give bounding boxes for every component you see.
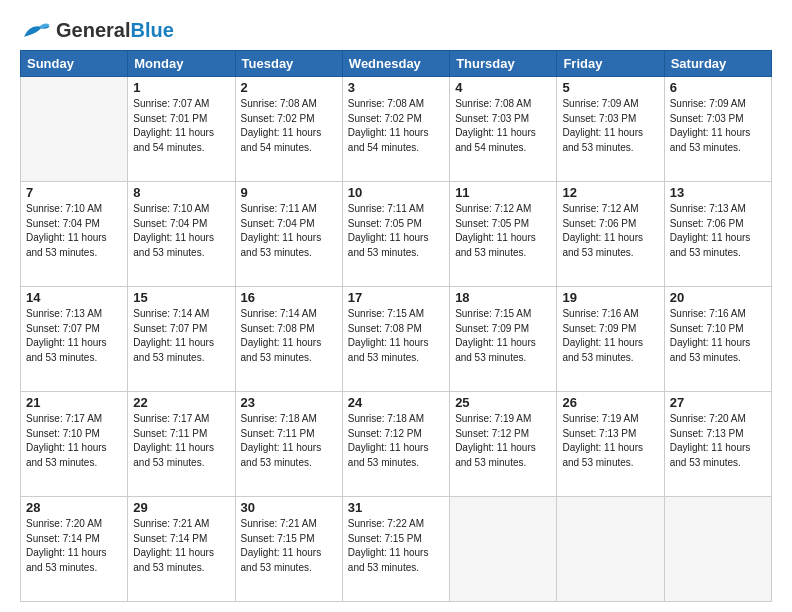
- header-monday: Monday: [128, 51, 235, 77]
- day-number: 17: [348, 290, 444, 305]
- day-number: 11: [455, 185, 551, 200]
- day-info: Sunrise: 7:10 AM Sunset: 7:04 PM Dayligh…: [133, 202, 229, 260]
- day-info: Sunrise: 7:16 AM Sunset: 7:09 PM Dayligh…: [562, 307, 658, 365]
- day-number: 22: [133, 395, 229, 410]
- day-number: 8: [133, 185, 229, 200]
- day-info: Sunrise: 7:13 AM Sunset: 7:06 PM Dayligh…: [670, 202, 766, 260]
- day-number: 15: [133, 290, 229, 305]
- day-info: Sunrise: 7:08 AM Sunset: 7:02 PM Dayligh…: [348, 97, 444, 155]
- day-number: 25: [455, 395, 551, 410]
- calendar-cell: [21, 77, 128, 182]
- day-info: Sunrise: 7:10 AM Sunset: 7:04 PM Dayligh…: [26, 202, 122, 260]
- calendar-cell: 13Sunrise: 7:13 AM Sunset: 7:06 PM Dayli…: [664, 182, 771, 287]
- day-number: 21: [26, 395, 122, 410]
- day-info: Sunrise: 7:08 AM Sunset: 7:02 PM Dayligh…: [241, 97, 337, 155]
- calendar-header-row: SundayMondayTuesdayWednesdayThursdayFrid…: [21, 51, 772, 77]
- day-number: 19: [562, 290, 658, 305]
- calendar-cell: [557, 497, 664, 602]
- day-number: 18: [455, 290, 551, 305]
- week-row-4: 28Sunrise: 7:20 AM Sunset: 7:14 PM Dayli…: [21, 497, 772, 602]
- calendar-cell: [664, 497, 771, 602]
- day-number: 3: [348, 80, 444, 95]
- calendar-cell: 1Sunrise: 7:07 AM Sunset: 7:01 PM Daylig…: [128, 77, 235, 182]
- header-sunday: Sunday: [21, 51, 128, 77]
- day-info: Sunrise: 7:12 AM Sunset: 7:05 PM Dayligh…: [455, 202, 551, 260]
- day-info: Sunrise: 7:15 AM Sunset: 7:08 PM Dayligh…: [348, 307, 444, 365]
- day-info: Sunrise: 7:14 AM Sunset: 7:08 PM Dayligh…: [241, 307, 337, 365]
- calendar-cell: 15Sunrise: 7:14 AM Sunset: 7:07 PM Dayli…: [128, 287, 235, 392]
- calendar-cell: 4Sunrise: 7:08 AM Sunset: 7:03 PM Daylig…: [450, 77, 557, 182]
- header-saturday: Saturday: [664, 51, 771, 77]
- logo-general: General: [56, 19, 130, 41]
- day-info: Sunrise: 7:11 AM Sunset: 7:05 PM Dayligh…: [348, 202, 444, 260]
- calendar-cell: 11Sunrise: 7:12 AM Sunset: 7:05 PM Dayli…: [450, 182, 557, 287]
- calendar-cell: 8Sunrise: 7:10 AM Sunset: 7:04 PM Daylig…: [128, 182, 235, 287]
- day-info: Sunrise: 7:20 AM Sunset: 7:14 PM Dayligh…: [26, 517, 122, 575]
- calendar-cell: 20Sunrise: 7:16 AM Sunset: 7:10 PM Dayli…: [664, 287, 771, 392]
- calendar-cell: 7Sunrise: 7:10 AM Sunset: 7:04 PM Daylig…: [21, 182, 128, 287]
- logo-icon: [20, 18, 52, 42]
- calendar-cell: 12Sunrise: 7:12 AM Sunset: 7:06 PM Dayli…: [557, 182, 664, 287]
- day-number: 12: [562, 185, 658, 200]
- calendar-cell: 2Sunrise: 7:08 AM Sunset: 7:02 PM Daylig…: [235, 77, 342, 182]
- logo-blue: Blue: [130, 19, 173, 41]
- day-info: Sunrise: 7:18 AM Sunset: 7:12 PM Dayligh…: [348, 412, 444, 470]
- day-number: 4: [455, 80, 551, 95]
- day-info: Sunrise: 7:16 AM Sunset: 7:10 PM Dayligh…: [670, 307, 766, 365]
- day-info: Sunrise: 7:19 AM Sunset: 7:13 PM Dayligh…: [562, 412, 658, 470]
- calendar-cell: 24Sunrise: 7:18 AM Sunset: 7:12 PM Dayli…: [342, 392, 449, 497]
- day-info: Sunrise: 7:08 AM Sunset: 7:03 PM Dayligh…: [455, 97, 551, 155]
- day-number: 5: [562, 80, 658, 95]
- calendar-table: SundayMondayTuesdayWednesdayThursdayFrid…: [20, 50, 772, 602]
- calendar-cell: 29Sunrise: 7:21 AM Sunset: 7:14 PM Dayli…: [128, 497, 235, 602]
- calendar-cell: 17Sunrise: 7:15 AM Sunset: 7:08 PM Dayli…: [342, 287, 449, 392]
- day-number: 6: [670, 80, 766, 95]
- calendar-cell: 3Sunrise: 7:08 AM Sunset: 7:02 PM Daylig…: [342, 77, 449, 182]
- day-number: 13: [670, 185, 766, 200]
- day-number: 24: [348, 395, 444, 410]
- day-info: Sunrise: 7:21 AM Sunset: 7:14 PM Dayligh…: [133, 517, 229, 575]
- calendar-cell: [450, 497, 557, 602]
- week-row-3: 21Sunrise: 7:17 AM Sunset: 7:10 PM Dayli…: [21, 392, 772, 497]
- header-friday: Friday: [557, 51, 664, 77]
- day-info: Sunrise: 7:12 AM Sunset: 7:06 PM Dayligh…: [562, 202, 658, 260]
- logo: GeneralBlue: [20, 18, 174, 42]
- calendar-cell: 28Sunrise: 7:20 AM Sunset: 7:14 PM Dayli…: [21, 497, 128, 602]
- day-info: Sunrise: 7:09 AM Sunset: 7:03 PM Dayligh…: [562, 97, 658, 155]
- day-number: 2: [241, 80, 337, 95]
- day-number: 14: [26, 290, 122, 305]
- calendar-cell: 22Sunrise: 7:17 AM Sunset: 7:11 PM Dayli…: [128, 392, 235, 497]
- calendar-cell: 5Sunrise: 7:09 AM Sunset: 7:03 PM Daylig…: [557, 77, 664, 182]
- day-info: Sunrise: 7:13 AM Sunset: 7:07 PM Dayligh…: [26, 307, 122, 365]
- calendar-cell: 27Sunrise: 7:20 AM Sunset: 7:13 PM Dayli…: [664, 392, 771, 497]
- calendar-cell: 25Sunrise: 7:19 AM Sunset: 7:12 PM Dayli…: [450, 392, 557, 497]
- calendar-cell: 6Sunrise: 7:09 AM Sunset: 7:03 PM Daylig…: [664, 77, 771, 182]
- day-number: 30: [241, 500, 337, 515]
- calendar-cell: 21Sunrise: 7:17 AM Sunset: 7:10 PM Dayli…: [21, 392, 128, 497]
- calendar-cell: 18Sunrise: 7:15 AM Sunset: 7:09 PM Dayli…: [450, 287, 557, 392]
- week-row-2: 14Sunrise: 7:13 AM Sunset: 7:07 PM Dayli…: [21, 287, 772, 392]
- day-number: 7: [26, 185, 122, 200]
- day-info: Sunrise: 7:20 AM Sunset: 7:13 PM Dayligh…: [670, 412, 766, 470]
- day-number: 10: [348, 185, 444, 200]
- day-info: Sunrise: 7:19 AM Sunset: 7:12 PM Dayligh…: [455, 412, 551, 470]
- day-number: 23: [241, 395, 337, 410]
- header-thursday: Thursday: [450, 51, 557, 77]
- day-info: Sunrise: 7:22 AM Sunset: 7:15 PM Dayligh…: [348, 517, 444, 575]
- day-info: Sunrise: 7:18 AM Sunset: 7:11 PM Dayligh…: [241, 412, 337, 470]
- week-row-1: 7Sunrise: 7:10 AM Sunset: 7:04 PM Daylig…: [21, 182, 772, 287]
- header-tuesday: Tuesday: [235, 51, 342, 77]
- calendar-cell: 26Sunrise: 7:19 AM Sunset: 7:13 PM Dayli…: [557, 392, 664, 497]
- day-number: 28: [26, 500, 122, 515]
- page: GeneralBlue SundayMondayTuesdayWednesday…: [0, 0, 792, 612]
- calendar-cell: 10Sunrise: 7:11 AM Sunset: 7:05 PM Dayli…: [342, 182, 449, 287]
- day-number: 16: [241, 290, 337, 305]
- calendar-cell: 14Sunrise: 7:13 AM Sunset: 7:07 PM Dayli…: [21, 287, 128, 392]
- day-number: 29: [133, 500, 229, 515]
- calendar-cell: 23Sunrise: 7:18 AM Sunset: 7:11 PM Dayli…: [235, 392, 342, 497]
- day-info: Sunrise: 7:09 AM Sunset: 7:03 PM Dayligh…: [670, 97, 766, 155]
- calendar-cell: 30Sunrise: 7:21 AM Sunset: 7:15 PM Dayli…: [235, 497, 342, 602]
- header-wednesday: Wednesday: [342, 51, 449, 77]
- day-number: 31: [348, 500, 444, 515]
- calendar-cell: 9Sunrise: 7:11 AM Sunset: 7:04 PM Daylig…: [235, 182, 342, 287]
